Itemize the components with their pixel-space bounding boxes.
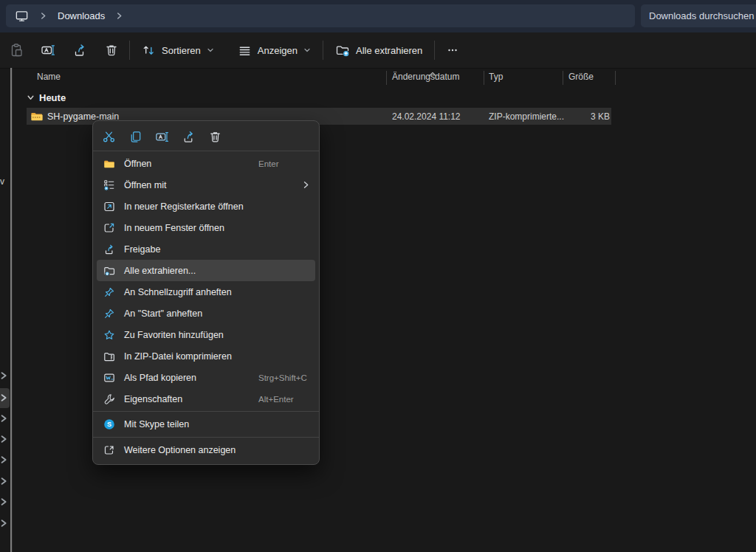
menu-item-freigabe[interactable]: Freigabe xyxy=(93,238,319,260)
address-bar[interactable]: Downloads xyxy=(6,4,635,27)
delete-button[interactable] xyxy=(98,38,125,63)
column-header-date[interactable]: Änderungsdatum xyxy=(392,72,459,82)
shortcut-label: Enter xyxy=(258,159,312,168)
menu-item-schnellzugriff-anheften[interactable]: An Schnellzugriff anheften xyxy=(93,281,319,303)
paste-icon xyxy=(9,43,24,58)
ellipsis-icon xyxy=(446,44,459,57)
extract-all-button-label: Alle extrahieren xyxy=(356,45,422,56)
extract-all-button[interactable]: Alle extrahieren xyxy=(328,38,430,63)
view-button-label: Anzeigen xyxy=(258,45,298,56)
toolbar-divider xyxy=(434,41,435,60)
column-divider[interactable] xyxy=(615,71,616,85)
nav-tree-chevron-icon[interactable] xyxy=(0,370,10,380)
open-with-icon xyxy=(103,179,115,191)
zip-folder-icon xyxy=(30,110,44,123)
star-icon xyxy=(103,329,115,341)
view-button[interactable]: Anzeigen xyxy=(230,38,318,63)
breadcrumb-location[interactable]: Downloads xyxy=(58,10,105,21)
column-divider[interactable] xyxy=(484,71,484,85)
pin-icon xyxy=(103,308,115,320)
cut-icon xyxy=(102,130,116,144)
column-divider[interactable] xyxy=(386,71,387,85)
menu-item-eigenschaften[interactable]: Eigenschaften Alt+Enter xyxy=(93,388,319,410)
toolbar-divider xyxy=(129,41,130,60)
chevron-down-icon xyxy=(27,94,35,102)
extract-all-icon xyxy=(335,43,350,58)
more-options-button[interactable] xyxy=(439,38,466,63)
group-header-label: Heute xyxy=(39,92,66,103)
rename-button[interactable] xyxy=(151,126,173,147)
menu-divider xyxy=(93,151,319,151)
open-in-tab-icon xyxy=(103,201,115,213)
this-pc-icon xyxy=(15,9,29,23)
trash-icon xyxy=(104,43,119,58)
column-divider[interactable] xyxy=(563,71,563,85)
menu-item-als-pfad-kopieren[interactable]: Als Pfad kopieren Strg+Shift+C xyxy=(93,367,319,388)
extract-all-icon xyxy=(103,265,115,277)
menu-item-mit-skype-teilen[interactable]: S Mit Skype teilen xyxy=(93,413,319,435)
menu-item-oeffnen-mit[interactable]: Öffnen mit xyxy=(93,174,319,196)
share-icon xyxy=(182,130,196,144)
shortcut-label: Alt+Enter xyxy=(258,395,312,404)
nav-item-fragment: v xyxy=(0,176,4,187)
folder-icon xyxy=(103,158,115,170)
nav-tree-chevron-icon[interactable] xyxy=(0,475,10,486)
sort-ascending-icon xyxy=(429,66,436,80)
file-date: 24.02.2024 11:12 xyxy=(392,111,461,122)
command-toolbar: Sortieren Anzeigen Alle extrahieren xyxy=(0,32,756,69)
sort-icon xyxy=(142,44,156,58)
breadcrumb-chevron-icon[interactable] xyxy=(115,12,123,20)
rename-button[interactable] xyxy=(35,38,61,63)
menu-divider xyxy=(93,411,319,412)
nav-tree-chevron-icon[interactable] xyxy=(0,433,10,444)
chevron-down-icon xyxy=(207,46,214,54)
nav-tree-chevron-icon[interactable] xyxy=(0,392,10,402)
rename-icon xyxy=(41,43,55,58)
trash-icon xyxy=(208,130,222,144)
shortcut-label: Strg+Shift+C xyxy=(258,373,312,382)
context-menu-quick-actions xyxy=(93,124,319,149)
paste-button[interactable] xyxy=(3,38,30,63)
toolbar-divider xyxy=(323,41,323,60)
wrench-icon xyxy=(103,393,115,405)
chevron-down-icon xyxy=(303,46,311,54)
file-size: 3 KB xyxy=(543,111,610,122)
menu-item-favoriten-hinzufuegen[interactable]: Zu Favoriten hinzufügen xyxy=(93,324,319,345)
nav-tree-chevron-icon[interactable] xyxy=(0,413,10,423)
menu-item-alle-extrahieren[interactable]: Alle extrahieren... xyxy=(97,260,315,281)
column-header-type[interactable]: Typ xyxy=(489,72,503,82)
zip-compress-icon xyxy=(103,351,115,362)
menu-item-neue-registerkarte[interactable]: In neuer Registerkarte öffnen xyxy=(93,196,319,217)
share-icon xyxy=(72,43,87,58)
context-menu: Öffnen Enter Öffnen mit In neuer Registe… xyxy=(92,120,320,465)
share-button[interactable] xyxy=(177,126,199,147)
svg-text:S: S xyxy=(107,421,111,428)
column-header-size[interactable]: Größe xyxy=(568,72,594,82)
nav-tree-chevron-icon[interactable] xyxy=(0,496,10,506)
rename-icon xyxy=(155,130,169,144)
nav-tree-chevron-icon[interactable] xyxy=(0,517,10,528)
file-explorer-window: Downloads Downloads durchsuchen Sor xyxy=(0,0,756,552)
sort-button[interactable]: Sortieren xyxy=(134,38,221,63)
title-bar: Downloads Downloads durchsuchen xyxy=(0,0,756,33)
copy-icon xyxy=(128,130,142,144)
pin-icon xyxy=(103,286,115,298)
menu-item-oeffnen[interactable]: Öffnen Enter xyxy=(93,153,319,174)
column-header-name[interactable]: Name xyxy=(37,72,61,82)
menu-item-weitere-optionen[interactable]: Weitere Optionen anzeigen xyxy=(93,439,319,461)
nav-pane-splitter[interactable] xyxy=(10,68,13,552)
delete-button[interactable] xyxy=(204,126,226,147)
cut-button[interactable] xyxy=(97,126,120,147)
nav-tree-chevron-icon[interactable] xyxy=(0,454,10,464)
view-icon xyxy=(238,44,252,58)
menu-item-start-anheften[interactable]: An "Start" anheften xyxy=(93,303,319,324)
copy-path-icon xyxy=(103,372,115,384)
share-button[interactable] xyxy=(66,38,93,63)
search-box[interactable]: Downloads durchsuchen xyxy=(641,4,756,27)
menu-item-zip-komprimieren[interactable]: In ZIP-Datei komprimieren xyxy=(93,345,319,367)
search-placeholder: Downloads durchsuchen xyxy=(649,10,754,21)
menu-divider xyxy=(93,437,319,438)
group-header-heute[interactable]: Heute xyxy=(27,90,66,105)
copy-button[interactable] xyxy=(124,126,146,147)
menu-item-neues-fenster[interactable]: In neuem Fenster öffnen xyxy=(93,217,319,238)
